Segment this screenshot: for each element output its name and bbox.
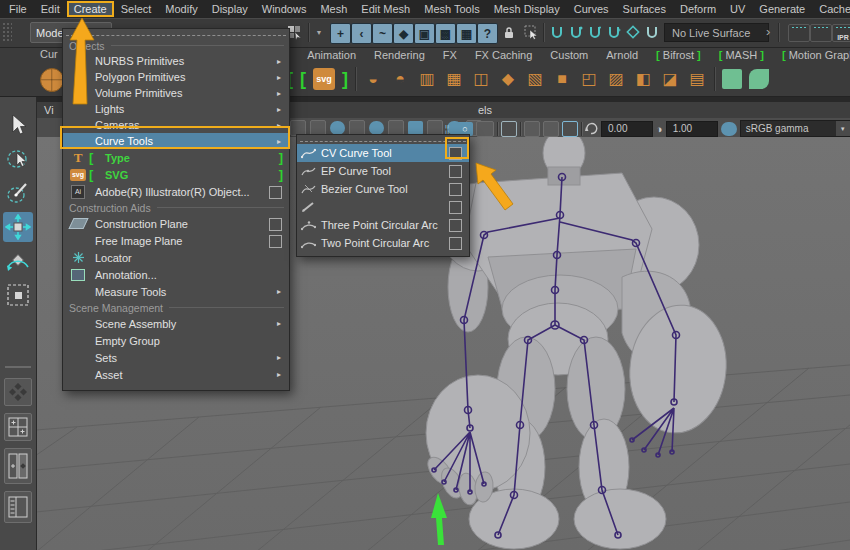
poly-remesh-icon[interactable]: ▦ bbox=[444, 68, 464, 90]
shelf-tab-mash[interactable]: [ MASH ] bbox=[719, 49, 764, 61]
menu-item-adobe-illustrator-object[interactable]: Ai Adobe(R) Illustrator(R) Object... bbox=[63, 183, 289, 200]
menu-uv[interactable]: UV bbox=[723, 1, 752, 17]
highlight-selection-icon[interactable] bbox=[522, 23, 540, 42]
select-surface-mask-button[interactable]: ◆ bbox=[393, 23, 414, 44]
boolean-intersect-icon[interactable]: ▥ bbox=[417, 68, 437, 90]
scale-tool[interactable] bbox=[3, 280, 33, 310]
layout-four-pane-button[interactable] bbox=[4, 413, 32, 441]
anti-aliasing-icon[interactable] bbox=[562, 121, 578, 137]
select-dynamics-mask-button[interactable]: ▩ bbox=[435, 23, 456, 44]
menu-tear-off-handle[interactable] bbox=[66, 29, 286, 36]
menu-file[interactable]: File bbox=[2, 1, 34, 17]
select-curve-mask-button[interactable]: ~ bbox=[372, 23, 393, 44]
crease-icon[interactable]: ▤ bbox=[687, 68, 707, 90]
menu-cache[interactable]: Cache bbox=[812, 1, 850, 17]
shelf-tab-animation[interactable]: Animation bbox=[307, 49, 356, 61]
paint-select-tool[interactable] bbox=[3, 178, 33, 208]
snap-projected-center-icon[interactable] bbox=[605, 23, 623, 42]
select-rendering-mask-button[interactable]: ▦ bbox=[456, 23, 477, 44]
poly-cube-icon[interactable]: ▨ bbox=[606, 68, 626, 90]
panel-menu-view-partial[interactable]: Vi bbox=[44, 104, 54, 116]
cube-wireframe-icon[interactable]: ◫ bbox=[471, 68, 491, 90]
shelf-tab-bifrost[interactable]: [ Bifrost ] bbox=[656, 49, 701, 61]
menu-display[interactable]: Display bbox=[205, 1, 255, 17]
option-box[interactable] bbox=[449, 219, 462, 232]
menu-item-nurbs-primitives[interactable]: NURBS Primitives▸ bbox=[63, 53, 289, 69]
menu-item-sets[interactable]: Sets▸ bbox=[63, 349, 289, 366]
option-box[interactable] bbox=[269, 218, 282, 231]
nurbs-surface-icon[interactable] bbox=[749, 69, 769, 89]
render-current-frame-icon[interactable] bbox=[810, 24, 832, 42]
select-joint-mask-button[interactable]: ‹ bbox=[351, 23, 372, 44]
shelf-tab-curves-partial[interactable]: Cur bbox=[40, 48, 58, 60]
shelf-tab-arnold[interactable]: Arnold bbox=[606, 49, 638, 61]
color-management-toggle[interactable] bbox=[721, 122, 737, 136]
boolean-difference-icon[interactable]: ◓ bbox=[390, 68, 410, 90]
menu-curves[interactable]: Curves bbox=[567, 1, 616, 17]
menu-item-volume-primitives[interactable]: Volume Primitives▸ bbox=[63, 85, 289, 101]
xray-icon[interactable] bbox=[524, 121, 540, 137]
smooth-icon[interactable]: ◰ bbox=[579, 68, 599, 90]
menu-item-two-point-circular-arc[interactable]: Two Point Circular Arc bbox=[297, 234, 469, 252]
lock-selection-icon[interactable] bbox=[500, 23, 518, 42]
live-surface-field[interactable]: No Live Surface bbox=[664, 23, 769, 42]
menu-item-measure-tools[interactable]: Measure Tools▸ bbox=[63, 283, 289, 300]
layout-two-pane-button[interactable] bbox=[4, 448, 32, 484]
menu-item-bezier-curve-tool[interactable]: Bezier Curve Tool bbox=[297, 180, 469, 198]
two-sided-lighting-icon[interactable] bbox=[369, 121, 384, 135]
shelf-tab-fx[interactable]: FX bbox=[443, 49, 457, 61]
shelf-tab-motion-graphics[interactable]: [ Motion Graphics ] bbox=[782, 49, 850, 61]
select-tool[interactable] bbox=[3, 110, 33, 140]
snap-grid-icon[interactable] bbox=[548, 23, 566, 42]
menu-create[interactable]: Create bbox=[67, 1, 114, 17]
option-box[interactable] bbox=[269, 186, 282, 199]
color-transform-dropdown[interactable]: sRGB gamma ▼ bbox=[740, 120, 850, 137]
menu-item-construction-plane[interactable]: Construction Plane bbox=[63, 215, 289, 232]
option-box[interactable] bbox=[269, 235, 282, 248]
menu-mesh-display[interactable]: Mesh Display bbox=[487, 1, 567, 17]
cv-curve-tool-option-box[interactable] bbox=[449, 147, 462, 160]
menu-tear-off-handle[interactable] bbox=[300, 135, 466, 142]
shadows-icon[interactable] bbox=[476, 121, 494, 137]
extrude-icon[interactable]: ■ bbox=[552, 68, 572, 90]
shelf-tab-fx-caching[interactable]: FX Caching bbox=[475, 49, 532, 61]
menu-generate[interactable]: Generate bbox=[752, 1, 812, 17]
menu-item-annotation[interactable]: Annotation... bbox=[63, 266, 289, 283]
xray-joints-icon[interactable] bbox=[543, 121, 559, 137]
menu-item-curve-tools[interactable]: Curve Tools▸ bbox=[63, 133, 289, 149]
menu-select[interactable]: Select bbox=[114, 1, 159, 17]
rotate-tool[interactable] bbox=[3, 246, 33, 276]
isolate-select-icon[interactable] bbox=[501, 121, 517, 137]
chevron-right-icon[interactable]: › bbox=[766, 24, 770, 39]
quad-draw-icon[interactable]: ◆ bbox=[498, 68, 518, 90]
option-box[interactable] bbox=[449, 183, 462, 196]
menu-item-pencil-curve-tool[interactable] bbox=[297, 198, 469, 216]
lasso-select-tool[interactable] bbox=[3, 144, 33, 174]
select-deformation-mask-button[interactable]: ▣ bbox=[414, 23, 435, 44]
film-gate-icon[interactable] bbox=[408, 121, 423, 135]
shelf-tab-custom[interactable]: Custom bbox=[550, 49, 588, 61]
nurbs-sphere-icon[interactable] bbox=[40, 68, 64, 92]
layout-single-pane-button[interactable] bbox=[4, 378, 32, 406]
history-dropdown-icon[interactable]: ▼ bbox=[313, 23, 325, 42]
menu-edit[interactable]: Edit bbox=[34, 1, 67, 17]
menu-item-free-image-plane[interactable]: Free Image Plane bbox=[63, 232, 289, 249]
menu-mesh[interactable]: Mesh bbox=[313, 1, 354, 17]
option-box[interactable] bbox=[449, 237, 462, 250]
option-box[interactable] bbox=[449, 165, 462, 178]
render-view-icon[interactable] bbox=[788, 24, 810, 42]
exposure-icon[interactable] bbox=[585, 122, 598, 135]
menu-item-type[interactable]: T [ Type ] bbox=[63, 149, 289, 166]
make-live-icon[interactable] bbox=[643, 23, 661, 42]
layout-outliner-button[interactable] bbox=[4, 491, 32, 523]
gamma-field[interactable]: 1.00 bbox=[666, 121, 718, 137]
plane-icon[interactable] bbox=[722, 69, 742, 89]
panel-menu-panels-partial[interactable]: els bbox=[478, 104, 492, 116]
menu-item-scene-assembly[interactable]: Scene Assembly▸ bbox=[63, 315, 289, 332]
menu-item-three-point-circular-arc[interactable]: Three Point Circular Arc bbox=[297, 216, 469, 234]
menu-item-polygon-primitives[interactable]: Polygon Primitives▸ bbox=[63, 69, 289, 85]
boolean-union-icon[interactable]: ◒ bbox=[363, 68, 383, 90]
menu-item-locator[interactable]: Locator bbox=[63, 249, 289, 266]
menu-modify[interactable]: Modify bbox=[158, 1, 204, 17]
bridge-icon[interactable]: ◪ bbox=[660, 68, 680, 90]
